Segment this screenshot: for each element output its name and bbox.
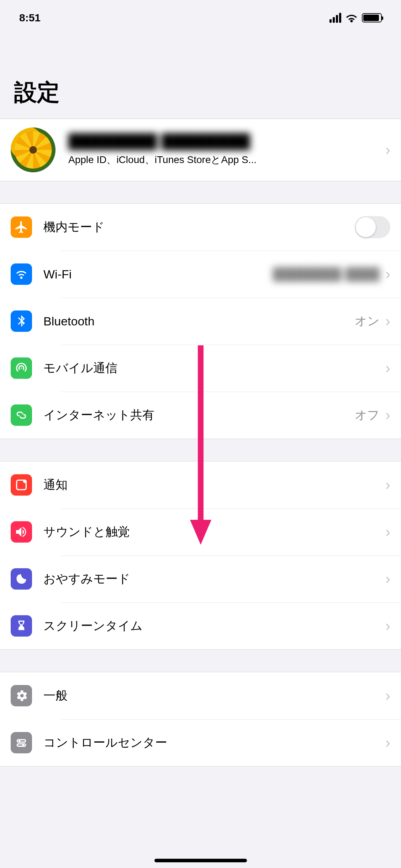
sounds-icon (11, 521, 32, 543)
cellular-row[interactable]: モバイル通信 › (0, 345, 401, 392)
cellular-label: モバイル通信 (43, 360, 385, 376)
hotspot-icon (11, 404, 32, 426)
airplane-label: 機内モード (43, 219, 355, 235)
chevron-right-icon: › (385, 734, 390, 751)
profile-subtitle: Apple ID、iCloud、iTunes StoreとApp S... (68, 153, 385, 167)
general-row[interactable]: 一般 › (0, 672, 401, 719)
profile-name: ████████ ████████ (68, 133, 385, 150)
control-center-label: コントロールセンター (43, 734, 385, 751)
svg-point-3 (19, 740, 21, 742)
hotspot-row[interactable]: インターネット共有 オフ › (0, 392, 401, 439)
cellular-icon (11, 357, 32, 379)
status-time: 8:51 (19, 12, 41, 24)
chevron-right-icon: › (385, 617, 390, 634)
chevron-right-icon: › (385, 360, 390, 377)
avatar (11, 127, 56, 172)
status-indicators (329, 13, 382, 23)
bluetooth-value: オン (355, 313, 380, 329)
hotspot-label: インターネット共有 (43, 407, 355, 423)
page-header: 設定 (0, 36, 401, 119)
hotspot-value: オフ (355, 407, 380, 423)
connectivity-group: 機内モード Wi-Fi ████████-████ › Bluetooth オン… (0, 203, 401, 439)
wifi-status-icon (345, 13, 358, 23)
sounds-row[interactable]: サウンドと触覚 › (0, 508, 401, 555)
general-label: 一般 (43, 687, 385, 704)
dnd-label: おやすみモード (43, 571, 385, 587)
chevron-right-icon: › (385, 687, 390, 704)
screentime-row[interactable]: スクリーンタイム › (0, 602, 401, 649)
control-center-row[interactable]: コントロールセンター › (0, 719, 401, 766)
chevron-right-icon: › (385, 476, 390, 493)
home-indicator[interactable] (154, 859, 247, 862)
battery-icon (362, 13, 382, 22)
airplane-icon (11, 216, 32, 238)
control-center-icon (11, 732, 32, 753)
dnd-row[interactable]: おやすみモード › (0, 555, 401, 602)
sounds-label: サウンドと触覚 (43, 524, 385, 540)
chevron-right-icon: › (385, 570, 390, 587)
wifi-label: Wi-Fi (43, 267, 244, 281)
chevron-right-icon: › (385, 266, 390, 283)
chevron-right-icon: › (385, 407, 390, 424)
bluetooth-icon (11, 310, 32, 332)
svg-point-1 (23, 480, 27, 483)
chevron-right-icon: › (385, 141, 390, 158)
chevron-right-icon: › (385, 313, 390, 330)
airplane-toggle[interactable] (355, 216, 390, 238)
cellular-signal-icon (329, 13, 341, 23)
chevron-right-icon: › (385, 523, 390, 540)
notifications-label: 通知 (43, 477, 385, 493)
general-group: 一般 › コントロールセンター › (0, 672, 401, 767)
notifications-icon (11, 474, 32, 496)
svg-point-5 (22, 744, 24, 746)
general-icon (11, 685, 32, 706)
screentime-icon (11, 615, 32, 637)
screentime-label: スクリーンタイム (43, 618, 385, 634)
profile-group: ████████ ████████ Apple ID、iCloud、iTunes… (0, 119, 401, 181)
bluetooth-label: Bluetooth (43, 314, 355, 328)
notifications-group: 通知 › サウンドと触覚 › おやすみモード › スクリーンタイム › (0, 461, 401, 650)
svg-rect-2 (17, 740, 25, 742)
dnd-icon (11, 568, 32, 590)
wifi-row[interactable]: Wi-Fi ████████-████ › (0, 251, 401, 298)
notifications-row[interactable]: 通知 › (0, 461, 401, 508)
airplane-mode-row[interactable]: 機内モード (0, 204, 401, 251)
status-bar: 8:51 (0, 0, 401, 36)
svg-rect-4 (17, 744, 25, 746)
bluetooth-row[interactable]: Bluetooth オン › (0, 298, 401, 345)
apple-id-row[interactable]: ████████ ████████ Apple ID、iCloud、iTunes… (0, 119, 401, 181)
wifi-value: ████████-████ (244, 267, 380, 281)
wifi-icon (11, 263, 32, 285)
page-title: 設定 (14, 77, 387, 108)
